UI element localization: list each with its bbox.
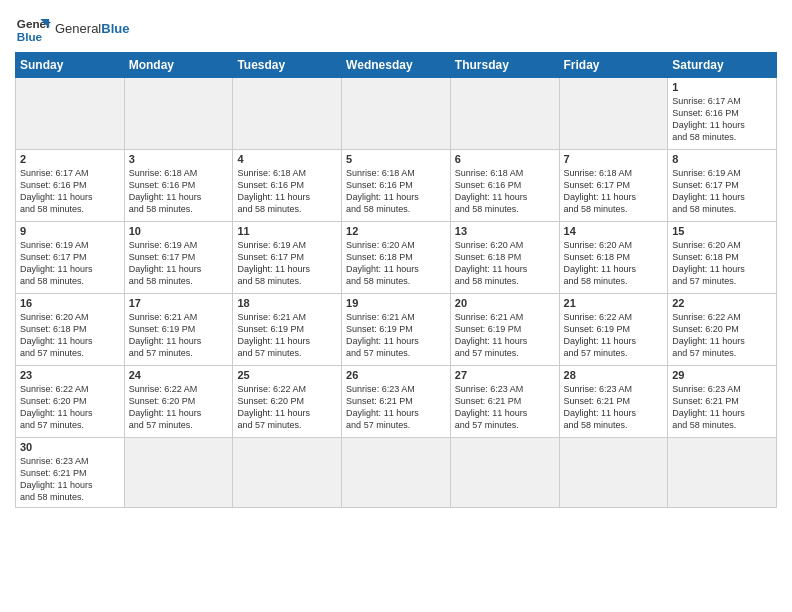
calendar-cell [559, 78, 668, 150]
day-info: Sunrise: 6:18 AM Sunset: 6:16 PM Dayligh… [129, 167, 229, 216]
calendar-table: SundayMondayTuesdayWednesdayThursdayFrid… [15, 52, 777, 508]
day-number: 2 [20, 153, 120, 165]
day-info: Sunrise: 6:18 AM Sunset: 6:16 PM Dayligh… [346, 167, 446, 216]
calendar-cell: 13Sunrise: 6:20 AM Sunset: 6:18 PM Dayli… [450, 222, 559, 294]
calendar-cell: 14Sunrise: 6:20 AM Sunset: 6:18 PM Dayli… [559, 222, 668, 294]
day-number: 25 [237, 369, 337, 381]
calendar-cell: 3Sunrise: 6:18 AM Sunset: 6:16 PM Daylig… [124, 150, 233, 222]
day-info: Sunrise: 6:20 AM Sunset: 6:18 PM Dayligh… [346, 239, 446, 288]
day-info: Sunrise: 6:23 AM Sunset: 6:21 PM Dayligh… [672, 383, 772, 432]
calendar-cell: 26Sunrise: 6:23 AM Sunset: 6:21 PM Dayli… [342, 366, 451, 438]
calendar-header: SundayMondayTuesdayWednesdayThursdayFrid… [16, 53, 777, 78]
day-info: Sunrise: 6:23 AM Sunset: 6:21 PM Dayligh… [564, 383, 664, 432]
day-info: Sunrise: 6:18 AM Sunset: 6:17 PM Dayligh… [564, 167, 664, 216]
calendar-cell: 25Sunrise: 6:22 AM Sunset: 6:20 PM Dayli… [233, 366, 342, 438]
day-number: 3 [129, 153, 229, 165]
day-info: Sunrise: 6:20 AM Sunset: 6:18 PM Dayligh… [672, 239, 772, 288]
day-number: 22 [672, 297, 772, 309]
calendar-cell: 29Sunrise: 6:23 AM Sunset: 6:21 PM Dayli… [668, 366, 777, 438]
day-header-tuesday: Tuesday [233, 53, 342, 78]
day-number: 27 [455, 369, 555, 381]
svg-text:Blue: Blue [17, 30, 43, 43]
day-number: 9 [20, 225, 120, 237]
calendar-cell: 7Sunrise: 6:18 AM Sunset: 6:17 PM Daylig… [559, 150, 668, 222]
calendar-cell: 16Sunrise: 6:20 AM Sunset: 6:18 PM Dayli… [16, 294, 125, 366]
day-info: Sunrise: 6:18 AM Sunset: 6:16 PM Dayligh… [455, 167, 555, 216]
calendar-cell [233, 438, 342, 508]
day-header-sunday: Sunday [16, 53, 125, 78]
calendar-cell: 5Sunrise: 6:18 AM Sunset: 6:16 PM Daylig… [342, 150, 451, 222]
day-number: 14 [564, 225, 664, 237]
day-number: 11 [237, 225, 337, 237]
day-header-monday: Monday [124, 53, 233, 78]
calendar-cell: 15Sunrise: 6:20 AM Sunset: 6:18 PM Dayli… [668, 222, 777, 294]
day-info: Sunrise: 6:19 AM Sunset: 6:17 PM Dayligh… [237, 239, 337, 288]
day-number: 6 [455, 153, 555, 165]
calendar-cell: 4Sunrise: 6:18 AM Sunset: 6:16 PM Daylig… [233, 150, 342, 222]
calendar-week-1: 1Sunrise: 6:17 AM Sunset: 6:16 PM Daylig… [16, 78, 777, 150]
calendar-cell [450, 438, 559, 508]
day-number: 12 [346, 225, 446, 237]
calendar-cell: 11Sunrise: 6:19 AM Sunset: 6:17 PM Dayli… [233, 222, 342, 294]
calendar-body: 1Sunrise: 6:17 AM Sunset: 6:16 PM Daylig… [16, 78, 777, 508]
day-number: 20 [455, 297, 555, 309]
calendar-cell: 6Sunrise: 6:18 AM Sunset: 6:16 PM Daylig… [450, 150, 559, 222]
calendar-week-4: 16Sunrise: 6:20 AM Sunset: 6:18 PM Dayli… [16, 294, 777, 366]
day-info: Sunrise: 6:17 AM Sunset: 6:16 PM Dayligh… [672, 95, 772, 144]
calendar-week-3: 9Sunrise: 6:19 AM Sunset: 6:17 PM Daylig… [16, 222, 777, 294]
calendar-cell: 2Sunrise: 6:17 AM Sunset: 6:16 PM Daylig… [16, 150, 125, 222]
day-number: 29 [672, 369, 772, 381]
calendar-cell: 23Sunrise: 6:22 AM Sunset: 6:20 PM Dayli… [16, 366, 125, 438]
day-info: Sunrise: 6:21 AM Sunset: 6:19 PM Dayligh… [237, 311, 337, 360]
day-number: 18 [237, 297, 337, 309]
day-info: Sunrise: 6:19 AM Sunset: 6:17 PM Dayligh… [672, 167, 772, 216]
logo-icon: General Blue [15, 10, 51, 46]
calendar-cell: 22Sunrise: 6:22 AM Sunset: 6:20 PM Dayli… [668, 294, 777, 366]
day-number: 28 [564, 369, 664, 381]
day-info: Sunrise: 6:23 AM Sunset: 6:21 PM Dayligh… [20, 455, 120, 504]
day-header-friday: Friday [559, 53, 668, 78]
calendar-cell [342, 78, 451, 150]
calendar-cell: 20Sunrise: 6:21 AM Sunset: 6:19 PM Dayli… [450, 294, 559, 366]
day-info: Sunrise: 6:21 AM Sunset: 6:19 PM Dayligh… [129, 311, 229, 360]
day-number: 19 [346, 297, 446, 309]
calendar-cell [124, 438, 233, 508]
page-header: General Blue GeneralBlue [15, 10, 777, 46]
calendar-cell: 9Sunrise: 6:19 AM Sunset: 6:17 PM Daylig… [16, 222, 125, 294]
day-header-thursday: Thursday [450, 53, 559, 78]
day-number: 1 [672, 81, 772, 93]
calendar-cell: 8Sunrise: 6:19 AM Sunset: 6:17 PM Daylig… [668, 150, 777, 222]
calendar-cell: 30Sunrise: 6:23 AM Sunset: 6:21 PM Dayli… [16, 438, 125, 508]
day-number: 15 [672, 225, 772, 237]
day-info: Sunrise: 6:22 AM Sunset: 6:20 PM Dayligh… [672, 311, 772, 360]
day-info: Sunrise: 6:19 AM Sunset: 6:17 PM Dayligh… [129, 239, 229, 288]
calendar-week-5: 23Sunrise: 6:22 AM Sunset: 6:20 PM Dayli… [16, 366, 777, 438]
day-info: Sunrise: 6:17 AM Sunset: 6:16 PM Dayligh… [20, 167, 120, 216]
day-number: 23 [20, 369, 120, 381]
calendar-cell: 24Sunrise: 6:22 AM Sunset: 6:20 PM Dayli… [124, 366, 233, 438]
day-number: 30 [20, 441, 120, 453]
day-info: Sunrise: 6:23 AM Sunset: 6:21 PM Dayligh… [346, 383, 446, 432]
day-info: Sunrise: 6:21 AM Sunset: 6:19 PM Dayligh… [455, 311, 555, 360]
calendar-cell [16, 78, 125, 150]
day-info: Sunrise: 6:21 AM Sunset: 6:19 PM Dayligh… [346, 311, 446, 360]
calendar-cell: 19Sunrise: 6:21 AM Sunset: 6:19 PM Dayli… [342, 294, 451, 366]
calendar-cell: 17Sunrise: 6:21 AM Sunset: 6:19 PM Dayli… [124, 294, 233, 366]
day-info: Sunrise: 6:22 AM Sunset: 6:20 PM Dayligh… [237, 383, 337, 432]
logo-text: GeneralBlue [55, 21, 129, 36]
calendar-cell [233, 78, 342, 150]
day-info: Sunrise: 6:22 AM Sunset: 6:19 PM Dayligh… [564, 311, 664, 360]
day-number: 8 [672, 153, 772, 165]
day-info: Sunrise: 6:20 AM Sunset: 6:18 PM Dayligh… [455, 239, 555, 288]
calendar-cell: 10Sunrise: 6:19 AM Sunset: 6:17 PM Dayli… [124, 222, 233, 294]
day-info: Sunrise: 6:19 AM Sunset: 6:17 PM Dayligh… [20, 239, 120, 288]
day-header-saturday: Saturday [668, 53, 777, 78]
day-info: Sunrise: 6:20 AM Sunset: 6:18 PM Dayligh… [20, 311, 120, 360]
calendar-cell: 12Sunrise: 6:20 AM Sunset: 6:18 PM Dayli… [342, 222, 451, 294]
calendar-week-6: 30Sunrise: 6:23 AM Sunset: 6:21 PM Dayli… [16, 438, 777, 508]
day-info: Sunrise: 6:22 AM Sunset: 6:20 PM Dayligh… [129, 383, 229, 432]
day-number: 21 [564, 297, 664, 309]
day-info: Sunrise: 6:18 AM Sunset: 6:16 PM Dayligh… [237, 167, 337, 216]
day-info: Sunrise: 6:22 AM Sunset: 6:20 PM Dayligh… [20, 383, 120, 432]
days-of-week-row: SundayMondayTuesdayWednesdayThursdayFrid… [16, 53, 777, 78]
